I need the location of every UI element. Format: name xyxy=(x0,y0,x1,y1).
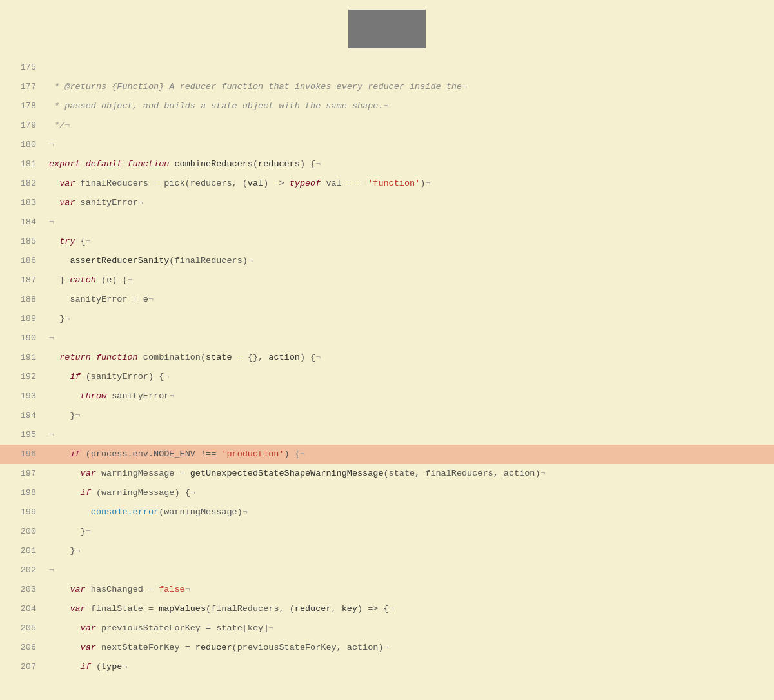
code-line: 175 xyxy=(0,58,774,77)
line-number: 175 xyxy=(0,58,46,77)
line-number: 185 xyxy=(0,232,46,251)
code-line: 193 throw sanityError¬ xyxy=(0,387,774,406)
line-content: if (type¬ xyxy=(46,657,774,677)
line-number: 178 xyxy=(0,97,46,116)
line-number: 206 xyxy=(0,638,46,657)
line-content: * passed object, and builds a state obje… xyxy=(46,97,774,116)
code-line: 207 if (type¬ xyxy=(0,657,774,677)
line-number: 192 xyxy=(0,367,46,387)
line-content: ¬ xyxy=(46,425,774,445)
line-content: var previousStateForKey = state[key]¬ xyxy=(46,619,774,638)
code-line: 195 ¬ xyxy=(0,425,774,445)
line-number: 180 xyxy=(0,135,46,155)
line-number: 184 xyxy=(0,213,46,232)
code-line: 181 export default function combineReduc… xyxy=(0,155,774,174)
top-bar xyxy=(0,0,774,58)
code-line: 205 var previousStateForKey = state[key]… xyxy=(0,619,774,638)
line-content: }¬ xyxy=(46,522,774,541)
line-content: }¬ xyxy=(46,541,774,561)
line-content: } catch (e) {¬ xyxy=(46,271,774,290)
code-line: 194 }¬ xyxy=(0,406,774,425)
line-number: 181 xyxy=(0,155,46,174)
line-content: ¬ xyxy=(46,213,774,232)
line-content: export default function combineReducers(… xyxy=(46,155,774,174)
line-number: 183 xyxy=(0,193,46,213)
line-content: */¬ xyxy=(46,116,774,135)
line-number: 196 xyxy=(0,445,46,464)
code-line: 198 if (warningMessage) {¬ xyxy=(0,483,774,503)
line-number: 195 xyxy=(0,425,46,445)
line-number: 205 xyxy=(0,619,46,638)
code-line: 180 ¬ xyxy=(0,135,774,155)
code-line: 182 var finalReducers = pick(reducers, (… xyxy=(0,174,774,193)
line-number: 187 xyxy=(0,271,46,290)
line-number: 197 xyxy=(0,464,46,483)
line-number: 204 xyxy=(0,599,46,619)
line-number: 191 xyxy=(0,348,46,367)
line-number: 179 xyxy=(0,116,46,135)
line-content: var finalReducers = pick(reducers, (val)… xyxy=(46,174,774,193)
code-line: 188 sanityError = e¬ xyxy=(0,290,774,309)
line-number: 189 xyxy=(0,309,46,329)
line-number: 186 xyxy=(0,251,46,271)
line-number: 207 xyxy=(0,657,46,677)
code-editor: 175 177 * @returns {Function} A reducer … xyxy=(0,0,774,700)
line-content: var hasChanged = false¬ xyxy=(46,580,774,599)
line-number: 199 xyxy=(0,503,46,522)
line-content: ¬ xyxy=(46,329,774,348)
line-number: 190 xyxy=(0,329,46,348)
line-content: throw sanityError¬ xyxy=(46,387,774,406)
code-line: 206 var nextStateForKey = reducer(previo… xyxy=(0,638,774,657)
line-content: ¬ xyxy=(46,135,774,155)
line-content: return function combination(state = {}, … xyxy=(46,348,774,367)
code-line: 203 var hasChanged = false¬ xyxy=(0,580,774,599)
line-content: if (sanityError) {¬ xyxy=(46,367,774,387)
line-number: 188 xyxy=(0,290,46,309)
line-content: }¬ xyxy=(46,309,774,329)
line-content: var warningMessage = getUnexpectedStateS… xyxy=(46,464,774,483)
line-content xyxy=(46,58,774,77)
code-line: 200 }¬ xyxy=(0,522,774,541)
code-line: 185 try {¬ xyxy=(0,232,774,251)
line-content: var nextStateForKey = reducer(previousSt… xyxy=(46,638,774,657)
line-number: 201 xyxy=(0,541,46,561)
code-line: 187 } catch (e) {¬ xyxy=(0,271,774,290)
code-line: 186 assertReducerSanity(finalReducers)¬ xyxy=(0,251,774,271)
code-line: 190 ¬ xyxy=(0,329,774,348)
code-line: 201 }¬ xyxy=(0,541,774,561)
code-line: 199 console.error(warningMessage)¬ xyxy=(0,503,774,522)
code-line: 189 }¬ xyxy=(0,309,774,329)
code-line: 197 var warningMessage = getUnexpectedSt… xyxy=(0,464,774,483)
top-block xyxy=(348,10,426,48)
line-content: ¬ xyxy=(46,561,774,580)
line-number: 203 xyxy=(0,580,46,599)
line-content: var sanityError¬ xyxy=(46,193,774,213)
code-line: 177 * @returns {Function} A reducer func… xyxy=(0,77,774,97)
line-content: }¬ xyxy=(46,406,774,425)
line-content: try {¬ xyxy=(46,232,774,251)
code-line: 184 ¬ xyxy=(0,213,774,232)
code-line: 183 var sanityError¬ xyxy=(0,193,774,213)
line-content: if (warningMessage) {¬ xyxy=(46,483,774,503)
line-content: sanityError = e¬ xyxy=(46,290,774,309)
code-line-highlighted: 196 if (process.env.NODE_ENV !== 'produc… xyxy=(0,445,774,464)
line-content: if (process.env.NODE_ENV !== 'production… xyxy=(46,445,774,464)
code-line: 202 ¬ xyxy=(0,561,774,580)
code-line: 178 * passed object, and builds a state … xyxy=(0,97,774,116)
line-number: 177 xyxy=(0,77,46,97)
line-number: 193 xyxy=(0,387,46,406)
line-content: assertReducerSanity(finalReducers)¬ xyxy=(46,251,774,271)
line-content: * @returns {Function} A reducer function… xyxy=(46,77,774,97)
line-number: 198 xyxy=(0,483,46,503)
code-line: 191 return function combination(state = … xyxy=(0,348,774,367)
code-line: 179 */¬ xyxy=(0,116,774,135)
line-content: var finalState = mapValues(finalReducers… xyxy=(46,599,774,619)
line-number: 200 xyxy=(0,522,46,541)
line-number: 202 xyxy=(0,561,46,580)
line-number: 182 xyxy=(0,174,46,193)
line-number: 194 xyxy=(0,406,46,425)
line-content: console.error(warningMessage)¬ xyxy=(46,503,774,522)
code-line: 204 var finalState = mapValues(finalRedu… xyxy=(0,599,774,619)
code-line: 192 if (sanityError) {¬ xyxy=(0,367,774,387)
